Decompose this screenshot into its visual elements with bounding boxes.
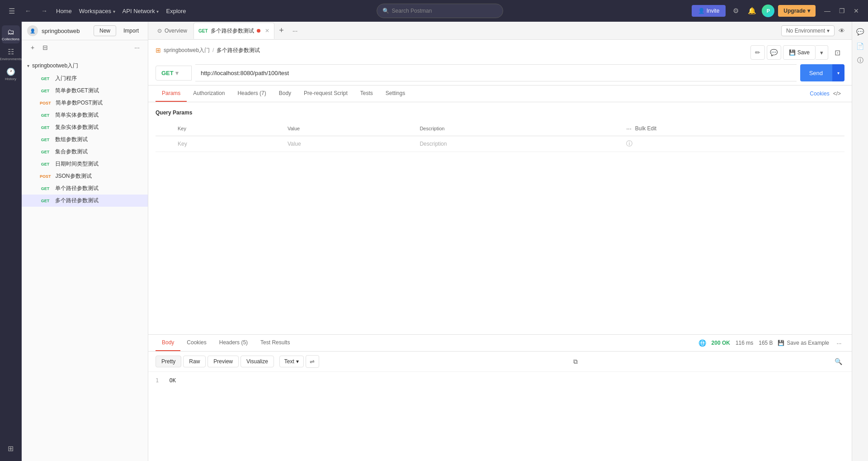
response-tabs-bar: Body Cookies Headers (5) Test Results 🌐 … — [148, 335, 852, 352]
save-example-button[interactable]: 💾 Save as Example — [773, 338, 834, 348]
workspaces-nav[interactable]: Workspaces ▾ — [79, 8, 115, 14]
tab-params[interactable]: Params — [156, 86, 187, 102]
response-status-info: 🌐 200 OK 116 ms 165 B — [698, 339, 773, 347]
resp-tab-headers[interactable]: Headers (5) — [213, 335, 254, 351]
comment-button[interactable]: 💬 — [767, 45, 781, 60]
explore-nav[interactable]: Explore — [166, 8, 186, 14]
back-button[interactable]: ← — [22, 5, 34, 17]
home-nav[interactable]: Home — [56, 8, 72, 14]
tree-item[interactable]: POST 简单参数POST测试 — [22, 97, 148, 109]
text-format-dropdown[interactable]: Text ▾ — [279, 356, 304, 367]
resp-tab-cookies[interactable]: Cookies — [180, 335, 212, 351]
save-button[interactable]: 💾 Save — [783, 45, 816, 60]
search-response-button[interactable]: 🔍 — [832, 355, 844, 368]
collection-group: ▾ springbootweb入门 GET 入门程序 GET 简单参数GET测试… — [22, 58, 148, 208]
user-avatar[interactable]: P — [762, 5, 774, 17]
tab-overview[interactable]: ⊙ Overview — [152, 23, 193, 39]
copy-response-button[interactable]: ⧉ — [569, 355, 582, 368]
no-environment-dropdown[interactable]: No Environment ▾ — [781, 25, 835, 36]
tab-authorization[interactable]: Authorization — [187, 86, 231, 102]
add-tab-button[interactable]: + — [275, 24, 288, 37]
tree-item[interactable]: GET 日期时间类型测试 — [22, 158, 148, 170]
item-name: 简单参数POST测试 — [56, 99, 103, 107]
params-area: Query Params Key Value Description ··· B… — [148, 102, 852, 334]
tab-body[interactable]: Body — [273, 86, 297, 102]
right-docs-button[interactable]: 📄 — [854, 40, 867, 52]
save-dropdown-button[interactable]: ▾ — [816, 45, 828, 60]
right-panel-toggle[interactable]: ⊡ — [830, 45, 844, 60]
bulk-edit-button[interactable]: Bulk Edit — [635, 125, 656, 132]
copy-icon: ⧉ — [573, 358, 578, 366]
upgrade-button[interactable]: Upgrade ▾ — [778, 5, 816, 17]
tree-item[interactable]: GET 简单实体参数测试 — [22, 109, 148, 121]
code-button[interactable]: </> — [830, 87, 844, 100]
api-network-nav[interactable]: API Network ▾ — [123, 8, 159, 14]
right-sidebar: 💬 📄 ⓘ — [852, 22, 868, 461]
add-collection-button[interactable]: + — [27, 42, 38, 53]
minimize-button[interactable]: — — [821, 5, 834, 17]
tab-settings[interactable]: Settings — [379, 86, 411, 102]
environments-icon: ☷ — [8, 48, 14, 56]
docs-icon: 📄 — [856, 43, 864, 50]
sidebar-collections-button[interactable]: 🗂 Collections — [2, 25, 20, 43]
tree-item[interactable]: GET 单个路径参数测试 — [22, 182, 148, 195]
visualize-button[interactable]: Visualize — [241, 356, 274, 367]
item-name: JSON参数测试 — [56, 172, 92, 180]
tree-more-button[interactable]: ··· — [132, 42, 142, 53]
maximize-button[interactable]: ❐ — [835, 5, 848, 17]
resp-tab-body[interactable]: Body — [156, 335, 180, 351]
params-more-button[interactable]: ··· — [626, 125, 632, 132]
settings-button[interactable]: ⚙ — [729, 5, 742, 17]
pretty-button[interactable]: Pretty — [156, 356, 181, 367]
sidebar-extra-button[interactable]: ⊞ — [2, 439, 20, 457]
tab-tests[interactable]: Tests — [354, 86, 379, 102]
notifications-button[interactable]: 🔔 — [745, 5, 758, 17]
sidebar-history-button[interactable]: 🕐 History — [2, 65, 20, 83]
tree-item[interactable]: GET 入门程序 — [22, 72, 148, 85]
tree-item[interactable]: GET 数组参数测试 — [22, 133, 148, 146]
method-badge: GET — [38, 76, 52, 81]
item-name: 简单参数GET测试 — [55, 87, 99, 95]
tab-close-icon[interactable]: ✕ — [265, 28, 269, 34]
edit-button[interactable]: ✏ — [750, 45, 765, 60]
bell-icon: 🔔 — [748, 7, 756, 15]
method-selector[interactable]: GET ▾ — [156, 66, 192, 81]
tree-item[interactable]: POST JSON参数测试 — [22, 170, 148, 182]
response-more-button[interactable]: ··· — [834, 337, 844, 348]
import-button[interactable]: Import — [120, 26, 142, 36]
tree-item[interactable]: GET 多个路径参数测试 — [22, 195, 148, 207]
tree-item[interactable]: GET 集合参数测试 — [22, 146, 148, 158]
item-name: 入门程序 — [55, 75, 77, 82]
tab-unsaved-indicator — [257, 29, 260, 33]
forward-button[interactable]: → — [38, 5, 51, 17]
close-button[interactable]: ✕ — [850, 5, 863, 17]
invite-button[interactable]: 👤 Invite — [692, 5, 726, 17]
url-input[interactable] — [195, 64, 797, 81]
collection-header[interactable]: ▾ springbootweb入门 — [22, 59, 148, 72]
wrap-button[interactable]: ⇌ — [306, 355, 319, 368]
tab-headers[interactable]: Headers (7) — [231, 86, 272, 102]
tree-item[interactable]: GET 复杂实体参数测试 — [22, 121, 148, 133]
tab-pre-request[interactable]: Pre-request Script — [297, 86, 354, 102]
eye-icon: 👁 — [839, 27, 845, 34]
raw-button[interactable]: Raw — [183, 356, 206, 367]
filter-button[interactable]: ⊟ — [40, 42, 51, 53]
preview-button[interactable]: Preview — [208, 356, 239, 367]
sidebar-environments-button[interactable]: ☷ Environments — [2, 45, 20, 63]
resp-tab-test-results[interactable]: Test Results — [254, 335, 296, 351]
tree-item[interactable]: GET 简单参数GET测试 — [22, 85, 148, 97]
item-name: 复杂实体参数测试 — [55, 124, 99, 131]
environment-icon-button[interactable]: 👁 — [835, 24, 848, 37]
right-comments-button[interactable]: 💬 — [854, 25, 867, 38]
line-number-1: 1 — [156, 377, 159, 384]
send-dropdown-button[interactable]: ▾ — [832, 64, 844, 81]
cookies-link[interactable]: Cookies — [810, 86, 829, 101]
right-info-button[interactable]: ⓘ — [854, 54, 867, 67]
hamburger-menu-button[interactable]: ☰ — [5, 5, 18, 17]
search-bar[interactable]: 🔍 Search Postman — [377, 4, 503, 18]
tab-more-button[interactable]: ··· — [289, 24, 302, 37]
tab-request-active[interactable]: GET 多个路径参数测试 ✕ — [193, 23, 274, 39]
new-button[interactable]: New — [94, 25, 116, 36]
response-size: 165 B — [759, 340, 773, 346]
send-button[interactable]: Send — [800, 64, 832, 81]
